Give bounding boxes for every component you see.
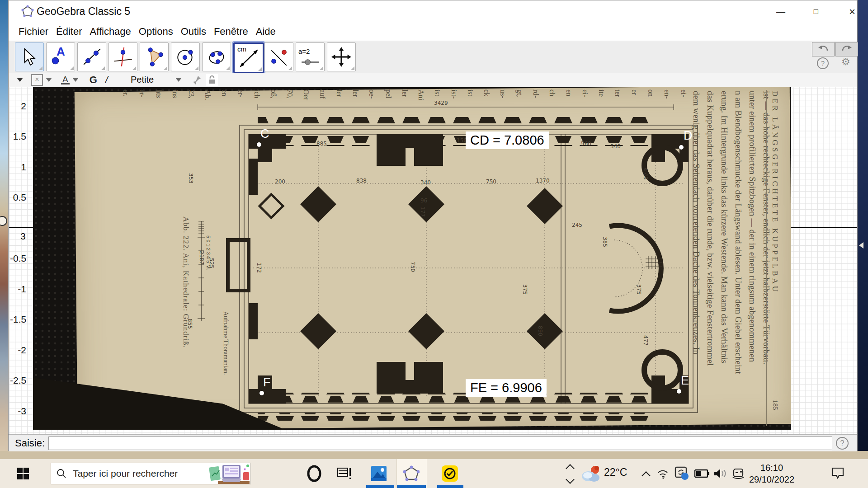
- stylebar-collapse-icon[interactable]: [17, 78, 23, 82]
- point-C[interactable]: [257, 142, 261, 147]
- menu-item[interactable]: Fichier: [19, 26, 48, 38]
- lock-toggle[interactable]: [206, 74, 218, 86]
- taskbar-geogebra-app[interactable]: [401, 464, 421, 483]
- pin-icon[interactable]: [193, 75, 202, 85]
- circle-icon: [175, 47, 196, 67]
- tool-dropdown-icon[interactable]: [70, 66, 74, 70]
- font-size-dropdown[interactable]: Petite: [131, 75, 182, 85]
- tool-circle[interactable]: [171, 42, 200, 71]
- text-color-dropdown[interactable]: A: [61, 75, 79, 84]
- y-axis-tick-label: 0.5: [10, 192, 26, 203]
- maximize-button[interactable]: □: [807, 4, 825, 19]
- point-D-label[interactable]: D: [684, 129, 693, 143]
- taskbar-check-app[interactable]: [440, 464, 460, 483]
- book-text-line: n am Blendbogenschmucke der Längswand ab…: [731, 91, 745, 425]
- tool-polygon[interactable]: [140, 42, 169, 71]
- tool-dropdown-icon[interactable]: [101, 66, 105, 70]
- minimize-button[interactable]: —: [772, 4, 790, 19]
- algebra-input[interactable]: [48, 436, 832, 450]
- menu-item[interactable]: Aide: [256, 26, 276, 38]
- point-C-label[interactable]: C: [260, 127, 269, 141]
- bold-toggle[interactable]: G: [90, 74, 97, 86]
- volume-icon[interactable]: [713, 467, 727, 480]
- y-axis-tick-label: -1.5: [10, 314, 26, 325]
- search-highlight-illustration-icon[interactable]: [209, 463, 250, 484]
- tool-reflection[interactable]: [264, 42, 293, 71]
- point-F[interactable]: [259, 391, 264, 395]
- undo-button[interactable]: [812, 42, 835, 56]
- book-text-line: unter einem profilierten Spitzbogen — de…: [745, 91, 760, 425]
- settings-gear-icon[interactable]: ⚙: [841, 56, 850, 68]
- point-E[interactable]: [677, 389, 681, 394]
- tool-move[interactable]: [15, 42, 44, 71]
- crossed-box-icon: ×: [31, 74, 43, 86]
- y-axis-tick-label: -0.5: [10, 253, 26, 264]
- tool-dropdown-icon[interactable]: [39, 66, 42, 70]
- cursor-icon: [19, 47, 40, 67]
- close-button[interactable]: ×: [843, 4, 861, 19]
- tool-dropdown-icon[interactable]: [258, 67, 262, 71]
- figure-caption: Abb. 222. Ani, Kathedrale: Grundriß.: [181, 216, 190, 348]
- task-view-icon: [337, 466, 354, 481]
- y-axis-tick-label: -3: [10, 406, 26, 417]
- wifi-icon[interactable]: [656, 468, 670, 479]
- tool-perpendicular-line[interactable]: [108, 42, 137, 71]
- titlebar[interactable]: GeoGebra Classic 5 — □ ×: [9, 0, 857, 22]
- menu-item[interactable]: Affichage: [90, 26, 131, 38]
- book-text-line: das Kuppelquadrat heraus, darüber die ru…: [703, 91, 717, 425]
- tool-dropdown-icon[interactable]: [195, 66, 198, 70]
- battery-icon[interactable]: [694, 469, 710, 478]
- desktop-wallpaper-bottom: [0, 451, 868, 459]
- point-E-label[interactable]: E: [681, 374, 689, 388]
- book-photo-image[interactable]: er.er-htsins23,Ab.ener-ichoß,70,Oeraufle…: [33, 87, 791, 430]
- tool-line[interactable]: [77, 42, 106, 71]
- redo-button[interactable]: [835, 42, 858, 56]
- dimension-label: 838: [356, 178, 367, 184]
- tool-move-graphics-view[interactable]: [327, 42, 356, 71]
- menu-item[interactable]: Fenêtre: [214, 26, 248, 38]
- menu-item[interactable]: Outils: [181, 26, 206, 38]
- taskbar: Taper ici pour rechercher: [0, 459, 868, 488]
- graphics-view[interactable]: 21.510.5-0.5-1-1.5-2-2.5-3 3 er.er-htsin…: [9, 87, 857, 434]
- point-F-label[interactable]: F: [263, 375, 271, 389]
- measurement-CD[interactable]: CD = 7.0806: [466, 131, 549, 149]
- help-button[interactable]: ?: [817, 57, 829, 69]
- perpendicular-line-icon: [113, 47, 133, 67]
- taskbar-task-view[interactable]: [335, 464, 355, 483]
- clock[interactable]: 16:10 29/10/2022: [738, 462, 806, 485]
- dimension-label: 750: [410, 262, 416, 272]
- start-button[interactable]: [10, 463, 36, 484]
- tool-dropdown-icon[interactable]: [132, 66, 136, 70]
- tool-dropdown-icon[interactable]: [320, 66, 323, 70]
- measurement-FE[interactable]: FE = 6.9906: [466, 379, 547, 397]
- menu-item[interactable]: Options: [139, 26, 173, 38]
- tool-dropdown-icon[interactable]: [164, 66, 167, 70]
- tool-dropdown-icon[interactable]: [226, 66, 230, 70]
- menu-item[interactable]: Éditer: [56, 26, 82, 38]
- sync-tray-icon[interactable]: [675, 466, 689, 481]
- italic-toggle[interactable]: /: [105, 74, 108, 86]
- taskbar-photos-app[interactable]: [369, 464, 389, 483]
- tool-dropdown-icon[interactable]: [351, 66, 354, 70]
- taskbar-app-ring[interactable]: [304, 464, 324, 483]
- taskbar-search[interactable]: Taper ici pour rechercher: [51, 463, 251, 484]
- desktop-wallpaper-right: [858, 0, 868, 451]
- ring-app-icon: [307, 465, 322, 482]
- tool-dropdown-icon[interactable]: [288, 66, 292, 70]
- weather-icon[interactable]: [580, 465, 601, 483]
- scale-bar: 5 0 1 2 3 4 5 M.: [195, 219, 213, 323]
- point-D[interactable]: [679, 145, 684, 150]
- edge-fragment-text: hts: [155, 89, 163, 113]
- tool-distance[interactable]: cm: [233, 42, 264, 73]
- hidden-icons-chevron[interactable]: [642, 471, 651, 480]
- tool-point[interactable]: A: [46, 42, 75, 71]
- temperature-label[interactable]: 22°C: [604, 466, 627, 479]
- tool-slider[interactable]: a=2: [296, 42, 325, 71]
- input-help-button[interactable]: ?: [836, 437, 849, 450]
- dimension-label: 3429: [434, 100, 448, 106]
- scroll-down-icon[interactable]: [566, 475, 575, 484]
- scroll-up-icon[interactable]: [566, 464, 575, 473]
- tool-ellipse[interactable]: [202, 42, 231, 71]
- fill-style-dropdown[interactable]: ×: [31, 74, 52, 86]
- notification-center-icon[interactable]: [831, 466, 844, 480]
